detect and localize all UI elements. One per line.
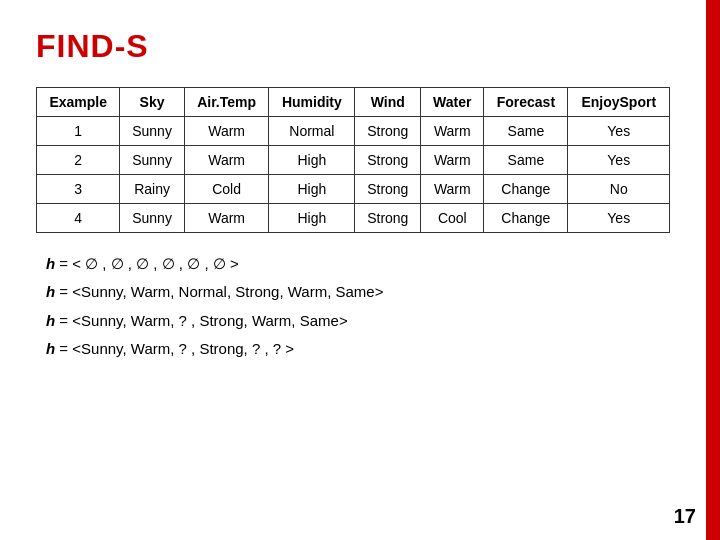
table-col-header: Wind (355, 88, 421, 117)
table-cell: High (269, 204, 355, 233)
hypothesis-line: h = < ∅ , ∅ , ∅ , ∅ , ∅ , ∅ > (46, 251, 670, 277)
table-cell: Strong (355, 204, 421, 233)
table-cell: Same (484, 146, 568, 175)
table-cell: Strong (355, 117, 421, 146)
hypothesis-label: h (46, 312, 59, 329)
hypothesis-line: h = <Sunny, Warm, ? , Strong, ? , ? > (46, 336, 670, 362)
table-header: ExampleSkyAir.TempHumidityWindWaterForec… (37, 88, 670, 117)
table-cell: 4 (37, 204, 120, 233)
table-cell: 1 (37, 117, 120, 146)
table-cell: Warm (184, 146, 269, 175)
table-cell: 2 (37, 146, 120, 175)
table-cell: Sunny (120, 146, 184, 175)
hypothesis-label: h (46, 283, 59, 300)
red-border-strip (706, 0, 720, 540)
hypothesis-text: = < ∅ , ∅ , ∅ , ∅ , ∅ , ∅ > (59, 255, 238, 272)
table-body: 1SunnyWarmNormalStrongWarmSameYes2SunnyW… (37, 117, 670, 233)
hypothesis-lines: h = < ∅ , ∅ , ∅ , ∅ , ∅ , ∅ >h = <Sunny,… (46, 251, 670, 362)
table-row: 4SunnyWarmHighStrongCoolChangeYes (37, 204, 670, 233)
hypothesis-text: = <Sunny, Warm, ? , Strong, ? , ? > (59, 340, 294, 357)
table-cell: Warm (421, 117, 484, 146)
table-cell: Warm (184, 204, 269, 233)
hypothesis-text: = <Sunny, Warm, ? , Strong, Warm, Same> (59, 312, 347, 329)
table-col-header: Humidity (269, 88, 355, 117)
table-row: 3RainyColdHighStrongWarmChangeNo (37, 175, 670, 204)
table-cell: Warm (184, 117, 269, 146)
table-col-header: Air.Temp (184, 88, 269, 117)
table-col-header: Example (37, 88, 120, 117)
table-col-header: Sky (120, 88, 184, 117)
table-cell: Warm (421, 146, 484, 175)
hypothesis-label: h (46, 340, 59, 357)
table-row: 1SunnyWarmNormalStrongWarmSameYes (37, 117, 670, 146)
table-cell: High (269, 146, 355, 175)
table-cell: Rainy (120, 175, 184, 204)
hypothesis-line: h = <Sunny, Warm, ? , Strong, Warm, Same… (46, 308, 670, 334)
table-header-row: ExampleSkyAir.TempHumidityWindWaterForec… (37, 88, 670, 117)
hypothesis-line: h = <Sunny, Warm, Normal, Strong, Warm, … (46, 279, 670, 305)
table-cell: High (269, 175, 355, 204)
table-col-header: EnjoySport (568, 88, 670, 117)
table-cell: Normal (269, 117, 355, 146)
hypothesis-text: = <Sunny, Warm, Normal, Strong, Warm, Sa… (59, 283, 383, 300)
table-cell: Strong (355, 175, 421, 204)
table-cell: Cool (421, 204, 484, 233)
table-cell: Yes (568, 204, 670, 233)
table-cell: Cold (184, 175, 269, 204)
table-cell: Yes (568, 146, 670, 175)
table-cell: Change (484, 175, 568, 204)
table-cell: Sunny (120, 204, 184, 233)
table-cell: Warm (421, 175, 484, 204)
hypothesis-label: h (46, 255, 59, 272)
table-col-header: Forecast (484, 88, 568, 117)
table-cell: Change (484, 204, 568, 233)
table-cell: Sunny (120, 117, 184, 146)
table-cell: 3 (37, 175, 120, 204)
find-s-table: ExampleSkyAir.TempHumidityWindWaterForec… (36, 87, 670, 233)
page-title: FIND-S (36, 28, 670, 65)
table-cell: Strong (355, 146, 421, 175)
page-number: 17 (674, 505, 696, 528)
table-cell: Yes (568, 117, 670, 146)
table-col-header: Water (421, 88, 484, 117)
table-cell: Same (484, 117, 568, 146)
table-cell: No (568, 175, 670, 204)
table-row: 2SunnyWarmHighStrongWarmSameYes (37, 146, 670, 175)
